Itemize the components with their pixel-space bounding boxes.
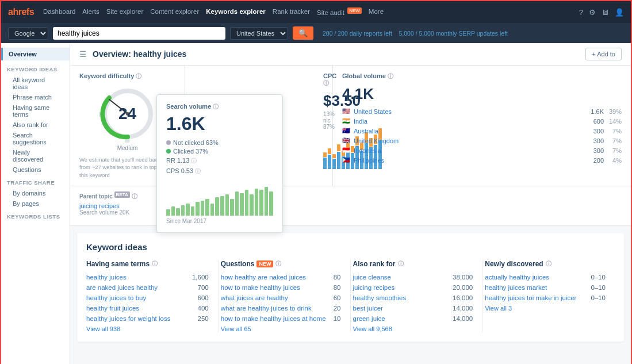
keyword-link[interactable]: healthy juices to buy (86, 294, 146, 301)
country-name-link[interactable]: United States (354, 108, 583, 115)
keyword-link[interactable]: what juices are healthy (221, 294, 288, 301)
country-vol: 300 (587, 128, 604, 135)
sidebar-item-search-suggestions[interactable]: Search suggestions (7, 130, 64, 147)
ki-col-3: Newly discovered ⓘactually healthy juice… (482, 260, 615, 332)
keyword-row: how healthy are naked juices80 (221, 274, 341, 281)
add-to-button[interactable]: + Add to (585, 48, 622, 60)
sidebar-item-all-keyword-ideas[interactable]: All keyword ideas (7, 75, 64, 92)
keyword-link[interactable]: how healthy are naked juices (221, 274, 306, 281)
keyword-link[interactable]: actually healthy juices (485, 274, 549, 281)
sv-bar (245, 190, 249, 216)
settings-icon[interactable]: ⚙ (589, 8, 596, 17)
sv-bar (215, 197, 219, 216)
country-name-link[interactable]: United Kingdom (354, 137, 583, 144)
view-all-link[interactable]: View all 3 (485, 305, 606, 312)
keyword-link[interactable]: healthy fruit juices (86, 305, 139, 312)
country-pct: 4% (607, 157, 622, 164)
pt-info-icon[interactable]: ⓘ (132, 193, 137, 200)
country-name-link[interactable]: Philippines (354, 157, 583, 164)
keyword-range: 0–10 (591, 274, 606, 281)
hamburger-icon[interactable]: ☰ (79, 49, 87, 59)
nav-keywords-explorer[interactable]: Keywords explorer (206, 8, 266, 16)
view-all-link[interactable]: View all 938 (86, 325, 209, 332)
keyword-row: healthy juices toi make in juicer0–10 (485, 294, 606, 301)
monitor-icon[interactable]: 🖥 (602, 8, 609, 17)
nav-alerts[interactable]: Alerts (82, 8, 99, 16)
nav-site-explorer[interactable]: Site explorer (106, 8, 144, 16)
user-icon[interactable]: 👤 (615, 8, 624, 17)
nav-rank-tracker[interactable]: Rank tracker (273, 8, 310, 16)
nav-content-explorer[interactable]: Content explorer (150, 8, 199, 16)
sv-info-icon[interactable]: ⓘ (213, 104, 219, 110)
sidebar-item-having-same-terms[interactable]: Having same terms (7, 102, 64, 120)
keyword-link[interactable]: healthy juices toi make in juicer (485, 294, 576, 301)
keyword-link[interactable]: how to make healthy juices (221, 284, 300, 291)
keyword-link[interactable]: what are healthy juices to drink (221, 305, 312, 312)
gv-country-row: 🇬🇧 United Kingdom 300 7% (342, 137, 622, 144)
search-button[interactable]: 🔍 (293, 26, 313, 40)
rr-info-icon[interactable]: ⓘ (191, 158, 197, 164)
cpc-bar-group (323, 152, 327, 169)
sv-bar (171, 206, 175, 216)
sidebar-tab-overview[interactable]: Overview (1, 48, 70, 60)
nav-dashboard[interactable]: Dashboard (43, 8, 75, 16)
view-all-link[interactable]: View all 9,568 (353, 325, 473, 332)
country-name-link[interactable]: India (354, 118, 583, 125)
keyword-link[interactable]: juice cleanse (353, 274, 391, 281)
sv-bar (250, 194, 254, 216)
search-input[interactable] (53, 27, 225, 40)
cps-info-icon[interactable]: ⓘ (195, 168, 201, 174)
col-info-icon[interactable]: ⓘ (398, 260, 404, 268)
keyword-link[interactable]: healthy juices for weight loss (86, 315, 170, 322)
sidebar-item-phrase-match[interactable]: Phrase match (7, 92, 64, 102)
sv-bar (191, 206, 195, 216)
sv-bar (269, 191, 273, 216)
sidebar-item-by-pages[interactable]: By pages (7, 198, 64, 209)
sv-bar (210, 204, 215, 216)
nav-more[interactable]: More (369, 8, 384, 16)
keyword-row: how to make healthy juices at home10 (221, 315, 341, 322)
col-info-icon[interactable]: ⓘ (546, 260, 551, 268)
keyword-link[interactable]: are naked juices healthy (86, 284, 158, 291)
search-engine-select[interactable]: Google (8, 27, 48, 40)
cpc-info-icon[interactable]: ⓘ (323, 80, 329, 86)
kd-info-icon[interactable]: ⓘ (136, 73, 141, 79)
parent-topic-col: Parent topic BETA ⓘ juicing recipes Sear… (79, 192, 137, 220)
sidebar-item-by-domains[interactable]: By domains (7, 188, 64, 198)
parent-topic-link[interactable]: juicing recipes (79, 202, 137, 209)
keyword-link[interactable]: juicing recipes (353, 284, 395, 291)
country-name-link[interactable]: Indonesia (354, 147, 583, 154)
keyword-link[interactable]: healthy smoothies (353, 294, 407, 301)
keyword-link[interactable]: healthy juices (86, 274, 127, 281)
keyword-link[interactable]: healthy juices market (485, 284, 547, 291)
sv-since: Since Mar 2017 (166, 218, 273, 224)
view-all-link[interactable]: View all 65 (221, 325, 341, 332)
keyword-link[interactable]: how to make healthy juices at home (221, 315, 326, 322)
keyword-link[interactable]: green juice (353, 315, 385, 322)
cpc-blue-bar (328, 155, 331, 169)
gv-info-icon[interactable]: ⓘ (388, 73, 393, 79)
sv-bar (235, 191, 239, 216)
help-icon[interactable]: ? (579, 8, 583, 17)
country-name-link[interactable]: Australia (354, 128, 583, 135)
sv-bar (196, 202, 200, 216)
col-info-icon[interactable]: ⓘ (275, 260, 281, 268)
kd-value: 24 (118, 105, 136, 123)
col-info-icon[interactable]: ⓘ (152, 260, 158, 268)
gv-country-row: 🇵🇭 Philippines 200 4% (342, 156, 622, 164)
new-badge: NEW (347, 7, 362, 14)
top-navigation: ahrefs Dashboard Alerts Site explorer Co… (1, 1, 631, 23)
sv-bar (181, 205, 185, 216)
country-select[interactable]: United States (230, 27, 288, 40)
keyword-ideas-title: Keyword ideas (86, 242, 615, 252)
sidebar-item-newly-discovered[interactable]: Newly discovered (7, 147, 64, 164)
ki-col-title: Questions NEW ⓘ (221, 260, 341, 268)
gv-title: Global volume ⓘ (342, 72, 622, 81)
sidebar-item-questions[interactable]: Questions (7, 164, 64, 175)
keyword-row: juice cleanse38,000 (353, 274, 473, 281)
logo: ahrefs (8, 7, 34, 17)
keyword-link[interactable]: best juicer (353, 305, 383, 312)
nav-site-audit[interactable]: Site audit NEW (317, 8, 362, 16)
sidebar-item-also-rank-for[interactable]: Also rank for (7, 120, 64, 130)
keyword-vol: 20 (334, 305, 341, 312)
